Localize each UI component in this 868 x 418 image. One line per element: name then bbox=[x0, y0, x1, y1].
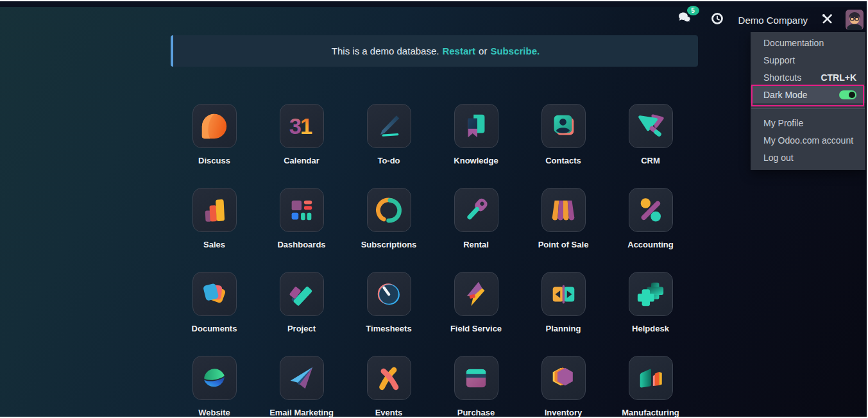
point-of-sale-icon bbox=[549, 196, 578, 225]
app-label-sales: Sales bbox=[203, 240, 225, 249]
menu-item-label: Log out bbox=[763, 153, 794, 163]
discuss-icon bbox=[200, 112, 229, 141]
todo-icon bbox=[374, 112, 404, 141]
purchase-icon bbox=[461, 364, 491, 393]
clock-icon bbox=[710, 12, 724, 28]
app-cell-point-of-sale: Point of Sale bbox=[520, 188, 607, 272]
app-tile-events[interactable] bbox=[367, 356, 411, 400]
app-tile-planning[interactable] bbox=[541, 272, 586, 316]
app-tile-contacts[interactable] bbox=[541, 104, 586, 148]
app-tile-to-do[interactable] bbox=[367, 104, 411, 148]
field-service-icon bbox=[461, 280, 491, 309]
app-tile-dashboards[interactable] bbox=[280, 188, 324, 232]
dark-mode-toggle[interactable] bbox=[839, 90, 856, 99]
app-tile-documents[interactable] bbox=[192, 272, 237, 316]
app-cell-subscriptions: Subscriptions bbox=[345, 188, 432, 272]
app-label-inventory: Inventory bbox=[545, 408, 583, 417]
menu-item-shortcut: CTRL+K bbox=[821, 72, 856, 83]
app-tile-purchase[interactable] bbox=[454, 356, 498, 400]
app-cell-dashboards: Dashboards bbox=[258, 188, 345, 272]
app-tile-helpdesk[interactable] bbox=[629, 272, 673, 316]
app-label-helpdesk: Helpdesk bbox=[632, 324, 669, 333]
app-label-discuss: Discuss bbox=[198, 156, 230, 165]
app-tile-discuss[interactable] bbox=[192, 104, 237, 148]
app-cell-manufacturing: Manufacturing bbox=[607, 356, 694, 417]
timesheets-icon bbox=[374, 280, 404, 309]
menu-item-support[interactable]: Support bbox=[751, 51, 865, 69]
app-label-email-marketing: Email Marketing bbox=[269, 408, 334, 417]
app-tile-timesheets[interactable] bbox=[367, 272, 411, 316]
app-tile-rental[interactable] bbox=[454, 188, 498, 232]
menu-item-my-profile[interactable]: My Profile bbox=[751, 114, 865, 131]
app-cell-project: Project bbox=[258, 272, 345, 356]
menu-item-documentation[interactable]: Documentation bbox=[751, 34, 865, 51]
app-tile-subscriptions[interactable] bbox=[367, 188, 411, 232]
activities-button[interactable] bbox=[710, 12, 724, 28]
messages-button[interactable]: 5 bbox=[677, 10, 694, 29]
app-cell-knowledge: Knowledge bbox=[432, 104, 520, 188]
app-tile-manufacturing[interactable] bbox=[629, 356, 673, 400]
app-tile-calendar[interactable]: 31 bbox=[280, 104, 324, 148]
app-cell-discuss: Discuss bbox=[171, 104, 258, 188]
banner-or-text: or bbox=[479, 46, 487, 56]
app-label-documents: Documents bbox=[192, 324, 237, 333]
menu-item-label: Dark Mode bbox=[763, 90, 807, 100]
app-label-calendar: Calendar bbox=[284, 156, 319, 165]
app-cell-timesheets: Timesheets bbox=[345, 272, 432, 356]
contacts-icon bbox=[549, 112, 578, 141]
app-cell-purchase: Purchase bbox=[432, 356, 520, 417]
sales-icon bbox=[200, 196, 229, 225]
helpdesk-icon bbox=[636, 280, 665, 309]
app-label-to-do: To-do bbox=[377, 156, 400, 165]
documents-icon bbox=[200, 280, 229, 309]
app-tile-project[interactable] bbox=[280, 272, 324, 316]
planning-icon bbox=[549, 280, 578, 309]
menu-item-my-odoo-com-account[interactable]: My Odoo.com account bbox=[751, 131, 865, 149]
menu-divider bbox=[751, 108, 865, 109]
app-tile-website[interactable] bbox=[192, 356, 237, 400]
app-cell-planning: Planning bbox=[520, 272, 607, 356]
app-cell-contacts: Contacts bbox=[520, 104, 607, 188]
restart-link[interactable]: Restart bbox=[442, 46, 475, 56]
app-label-crm: CRM bbox=[641, 156, 660, 165]
menu-item-label: My Profile bbox=[763, 118, 803, 128]
app-tile-crm[interactable] bbox=[629, 104, 673, 148]
header: 5 Demo Company bbox=[0, 7, 867, 33]
menu-item-dark-mode[interactable]: Dark Mode bbox=[751, 86, 865, 103]
menu-item-shortcuts[interactable]: ShortcutsCTRL+K bbox=[751, 69, 865, 86]
window-top-strip bbox=[0, 1, 867, 7]
app-cell-inventory: Inventory bbox=[520, 356, 607, 417]
demo-banner-text: This is a demo database. bbox=[332, 46, 439, 56]
user-avatar[interactable] bbox=[846, 10, 864, 30]
app-label-manufacturing: Manufacturing bbox=[622, 408, 679, 417]
menu-item-log-out[interactable]: Log out bbox=[751, 149, 865, 166]
svg-text:1: 1 bbox=[300, 114, 312, 138]
app-tile-sales[interactable] bbox=[192, 188, 237, 232]
app-cell-website: Website bbox=[171, 356, 258, 417]
app-label-website: Website bbox=[198, 408, 230, 417]
desktop-background: 5 Demo Company bbox=[0, 1, 867, 417]
app-tile-field-service[interactable] bbox=[454, 272, 498, 316]
menu-item-label: My Odoo.com account bbox=[763, 135, 853, 146]
email-marketing-icon bbox=[287, 364, 316, 393]
subscribe-link[interactable]: Subscribe. bbox=[490, 46, 540, 56]
company-name[interactable]: Demo Company bbox=[738, 15, 808, 26]
app-cell-field-service: Field Service bbox=[432, 272, 520, 356]
manufacturing-icon bbox=[636, 364, 665, 393]
app-label-project: Project bbox=[287, 324, 316, 333]
dashboards-icon bbox=[287, 196, 316, 225]
app-tile-point-of-sale[interactable] bbox=[541, 188, 586, 232]
wrench-screwdriver-icon bbox=[821, 12, 834, 28]
app-cell-rental: Rental bbox=[432, 188, 520, 272]
tools-button[interactable] bbox=[821, 12, 834, 28]
app-label-rental: Rental bbox=[463, 240, 489, 249]
app-label-dashboards: Dashboards bbox=[277, 240, 325, 249]
app-tile-inventory[interactable] bbox=[541, 356, 586, 400]
menu-item-label: Documentation bbox=[763, 38, 824, 48]
app-tile-email-marketing[interactable] bbox=[280, 356, 324, 400]
messages-count-badge: 5 bbox=[687, 6, 699, 15]
app-tile-accounting[interactable] bbox=[629, 188, 673, 232]
inventory-icon bbox=[549, 364, 578, 393]
app-tile-knowledge[interactable] bbox=[454, 104, 498, 148]
app-label-events: Events bbox=[375, 408, 403, 417]
